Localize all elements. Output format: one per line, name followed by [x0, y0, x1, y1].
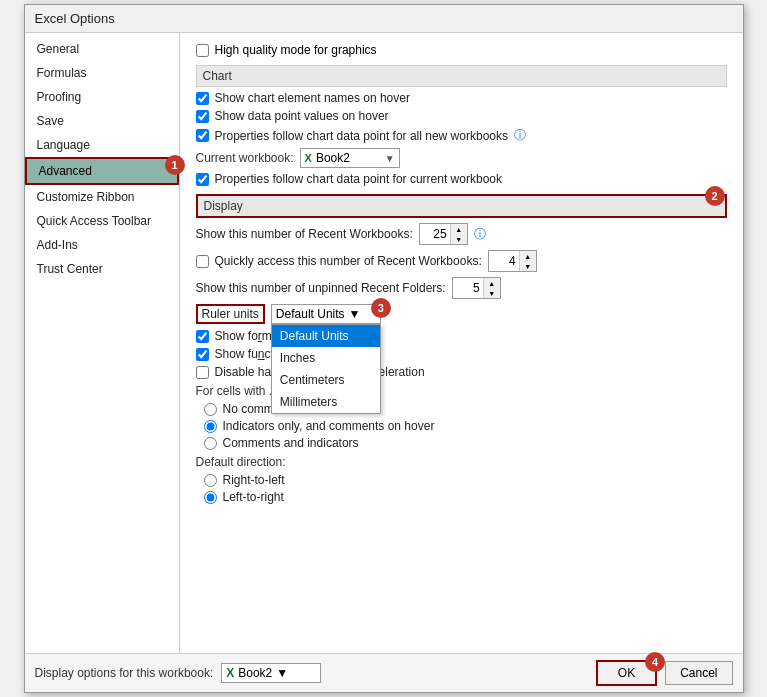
ok-label: OK	[618, 666, 635, 680]
badge-3: 3	[371, 298, 391, 318]
quickly-access-arrows: ▲ ▼	[519, 251, 536, 271]
badge-4: 4	[645, 652, 665, 672]
unpinned-folders-label: Show this number of unpinned Recent Fold…	[196, 281, 446, 295]
high-quality-checkbox[interactable]	[196, 44, 209, 57]
recent-workbooks-row: Show this number of Recent Workbooks: 25…	[196, 223, 727, 245]
properties-follow-current-row: Properties follow chart data point for c…	[196, 172, 727, 186]
disable-acceleration-checkbox[interactable]	[196, 366, 209, 379]
quickly-access-label: Quickly access this number of Recent Wor…	[215, 254, 482, 268]
sidebar-item-language[interactable]: Language	[25, 133, 179, 157]
bottom-dropdown-arrow: ▼	[276, 666, 288, 680]
ruler-option-centimeters[interactable]: Centimeters	[272, 369, 380, 391]
properties-follow-label: Properties follow chart data point for a…	[215, 129, 508, 143]
unpinned-folders-down[interactable]: ▼	[484, 288, 500, 298]
ruler-select-container: Default Units ▼ Default Units Inches Cen…	[271, 304, 381, 324]
display-section-container: Display 2	[196, 194, 727, 218]
properties-follow-current-label: Properties follow chart data point for c…	[215, 172, 502, 186]
sidebar-item-proofing[interactable]: Proofing	[25, 85, 179, 109]
quickly-access-checkbox[interactable]	[196, 255, 209, 268]
properties-info-icon[interactable]: ⓘ	[514, 127, 526, 144]
bottom-workbook-select[interactable]: X Book2 ▼	[221, 663, 321, 683]
display-section-header: Display	[196, 194, 727, 218]
unpinned-folders-row: Show this number of unpinned Recent Fold…	[196, 277, 727, 299]
current-workbook-select[interactable]: X Book2 ▼	[300, 148, 400, 168]
dialog-body: General Formulas Proofing Save Language …	[25, 33, 743, 653]
chart-section-header: Chart	[196, 65, 727, 87]
show-data-point-row: Show data point values on hover	[196, 109, 727, 123]
current-workbook-row: Current workbook: X Book2 ▼	[196, 148, 727, 168]
cancel-label: Cancel	[680, 666, 717, 680]
quickly-access-input[interactable]: 4	[489, 253, 519, 269]
ruler-units-label: Ruler units	[196, 304, 265, 324]
show-names-checkbox[interactable]	[196, 92, 209, 105]
sidebar-item-quick-access-toolbar[interactable]: Quick Access Toolbar	[25, 209, 179, 233]
sidebar-item-save[interactable]: Save	[25, 109, 179, 133]
workbook-value: Book2	[316, 151, 350, 165]
indicators-only-row: Indicators only, and comments on hover	[204, 419, 727, 433]
properties-follow-current-checkbox[interactable]	[196, 173, 209, 186]
quickly-access-spinbox[interactable]: 4 ▲ ▼	[488, 250, 537, 272]
show-data-point-checkbox[interactable]	[196, 110, 209, 123]
main-content: High quality mode for graphics Chart Sho…	[180, 33, 743, 653]
recent-workbooks-up[interactable]: ▲	[451, 224, 467, 234]
ruler-option-default[interactable]: Default Units	[272, 325, 380, 347]
ruler-option-inches[interactable]: Inches	[272, 347, 380, 369]
show-formula-bar-checkbox[interactable]	[196, 330, 209, 343]
comments-indicators-label: Comments and indicators	[223, 436, 359, 450]
recent-workbooks-label: Show this number of Recent Workbooks:	[196, 227, 413, 241]
right-to-left-row: Right-to-left	[204, 473, 727, 487]
ruler-current-value: Default Units	[276, 307, 345, 321]
excel-options-dialog: Excel Options General Formulas Proofing …	[24, 4, 744, 693]
comments-indicators-radio[interactable]	[204, 437, 217, 450]
dialog-title: Excel Options	[25, 5, 743, 33]
default-direction-label: Default direction:	[196, 455, 727, 469]
ruler-dropdown-arrow: ▼	[349, 307, 361, 321]
recent-workbooks-info[interactable]: ⓘ	[474, 226, 486, 243]
quickly-access-up[interactable]: ▲	[520, 251, 536, 261]
properties-follow-row: Properties follow chart data point for a…	[196, 127, 727, 144]
sidebar-item-add-ins[interactable]: Add-Ins	[25, 233, 179, 257]
indicators-only-label: Indicators only, and comments on hover	[223, 419, 435, 433]
bottom-excel-icon: X	[226, 666, 234, 680]
no-comments-radio[interactable]	[204, 403, 217, 416]
indicators-only-radio[interactable]	[204, 420, 217, 433]
show-names-row: Show chart element names on hover	[196, 91, 727, 105]
ok-button[interactable]: OK 4	[596, 660, 657, 686]
ruler-dropdown: Default Units Inches Centimeters Millime…	[271, 324, 381, 414]
left-to-right-radio[interactable]	[204, 491, 217, 504]
recent-workbooks-input[interactable]: 25	[420, 226, 450, 242]
show-status-bar-checkbox[interactable]	[196, 348, 209, 361]
display-options-label: Display options for this workbook:	[35, 666, 214, 680]
quickly-access-down[interactable]: ▼	[520, 261, 536, 271]
ruler-units-row: Ruler units Default Units ▼ Default Unit…	[196, 304, 727, 324]
sidebar-item-customize-ribbon[interactable]: Customize Ribbon	[25, 185, 179, 209]
sidebar-item-general[interactable]: General	[25, 37, 179, 61]
workbook-dropdown-arrow: ▼	[385, 153, 395, 164]
recent-workbooks-spinbox[interactable]: 25 ▲ ▼	[419, 223, 468, 245]
left-to-right-label: Left-to-right	[223, 490, 284, 504]
recent-workbooks-down[interactable]: ▼	[451, 234, 467, 244]
unpinned-folders-up[interactable]: ▲	[484, 278, 500, 288]
unpinned-folders-spinbox[interactable]: 5 ▲ ▼	[452, 277, 501, 299]
sidebar-item-trust-center[interactable]: Trust Center	[25, 257, 179, 281]
badge-2: 2	[705, 186, 725, 206]
right-to-left-label: Right-to-left	[223, 473, 285, 487]
unpinned-folders-arrows: ▲ ▼	[483, 278, 500, 298]
direction-radio-group: Right-to-left Left-to-right	[204, 473, 727, 504]
ruler-option-millimeters[interactable]: Millimeters	[272, 391, 380, 413]
sidebar-item-advanced-label: Advanced	[39, 164, 92, 178]
sidebar: General Formulas Proofing Save Language …	[25, 33, 180, 653]
excel-icon: X	[305, 152, 312, 164]
comments-indicators-row: Comments and indicators	[204, 436, 727, 450]
properties-follow-checkbox[interactable]	[196, 129, 209, 142]
ruler-select-btn[interactable]: Default Units ▼	[271, 304, 381, 324]
bottom-bar: Display options for this workbook: X Boo…	[25, 653, 743, 692]
sidebar-item-advanced[interactable]: Advanced 1	[25, 157, 179, 185]
show-names-label: Show chart element names on hover	[215, 91, 410, 105]
high-quality-label: High quality mode for graphics	[215, 43, 377, 57]
right-to-left-radio[interactable]	[204, 474, 217, 487]
cancel-button[interactable]: Cancel	[665, 661, 732, 685]
unpinned-folders-input[interactable]: 5	[453, 280, 483, 296]
current-workbook-label: Current workbook:	[196, 151, 294, 165]
sidebar-item-formulas[interactable]: Formulas	[25, 61, 179, 85]
